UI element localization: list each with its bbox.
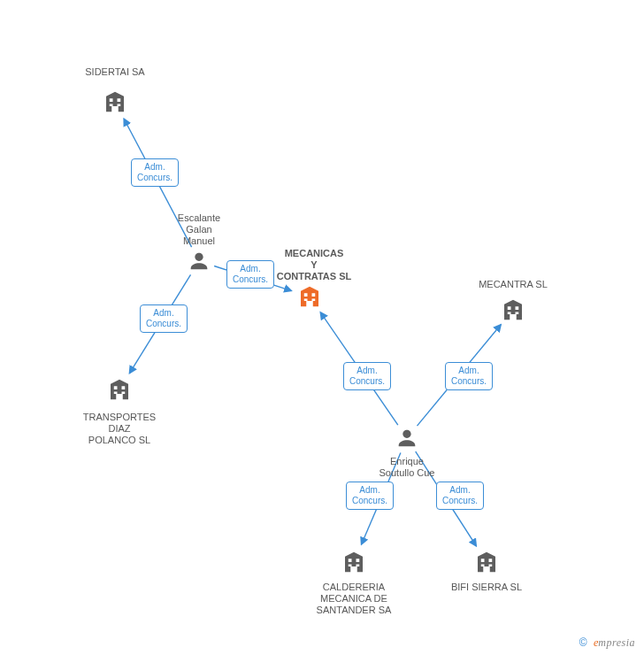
- node-transportes[interactable]: [106, 376, 133, 403]
- relation-label: Adm.Concurs.: [445, 362, 493, 390]
- watermark: © empresia: [579, 636, 635, 650]
- node-escalante[interactable]: [187, 249, 211, 274]
- relation-label: Adm.Concurs.: [436, 482, 484, 510]
- relation-label: Adm.Concurs.: [346, 482, 394, 510]
- node-mecantra[interactable]: [500, 297, 526, 323]
- relation-label: Adm.Concurs.: [226, 260, 274, 289]
- building-icon: [341, 549, 367, 575]
- relation-label: Adm.Concurs.: [140, 304, 188, 333]
- node-bifi[interactable]: [473, 549, 500, 575]
- person-icon: [187, 249, 211, 274]
- node-caldereria[interactable]: [341, 549, 367, 575]
- building-icon: [106, 376, 133, 403]
- node-enrique[interactable]: [395, 426, 419, 451]
- building-icon: [102, 89, 128, 115]
- node-sidertai[interactable]: [102, 89, 128, 115]
- building-icon: [500, 297, 526, 323]
- copyright-symbol: ©: [579, 636, 587, 649]
- brand-rest: mpresia: [598, 636, 635, 649]
- person-icon: [395, 426, 419, 451]
- relation-label: Adm.Concurs.: [343, 362, 391, 390]
- building-icon: [296, 283, 323, 310]
- node-central[interactable]: [296, 283, 323, 310]
- relation-label: Adm.Concurs.: [131, 158, 179, 187]
- building-icon: [473, 549, 500, 575]
